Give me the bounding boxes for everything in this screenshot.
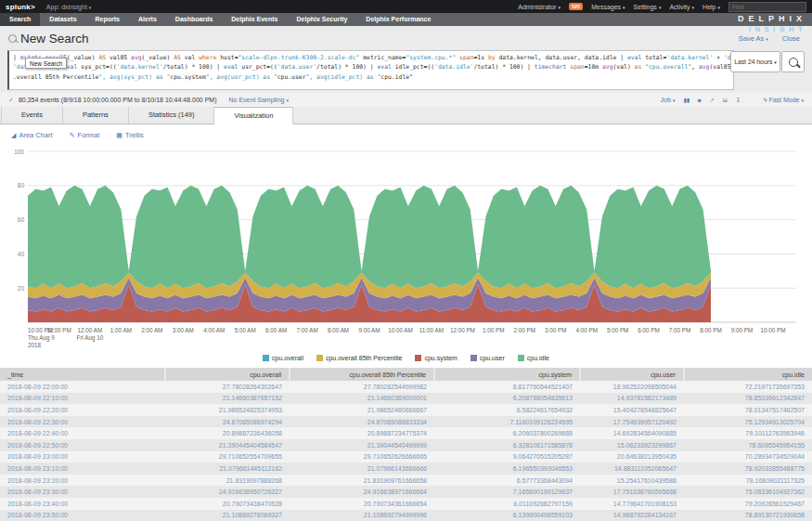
- cell-value[interactable]: 75.08336104927362: [684, 486, 812, 498]
- cell-value[interactable]: 21.108692794999996: [290, 510, 434, 521]
- cell-time[interactable]: 2018-08-09 22:20:00: [0, 404, 165, 416]
- event-sampling-menu[interactable]: No Event Sampling▾: [229, 97, 289, 103]
- cell-value[interactable]: 15.404278548825647: [580, 404, 684, 416]
- cell-value[interactable]: 27.78028264302647: [165, 381, 290, 393]
- cell-value[interactable]: 14.779641701908153: [580, 498, 684, 510]
- tab-events[interactable]: Events: [1, 107, 63, 124]
- nav-item-dashboards[interactable]: Dashboards: [166, 13, 222, 26]
- cell-value[interactable]: 17.751038760595668: [580, 486, 684, 498]
- cell-time[interactable]: 2018-08-09 23:30:00: [0, 486, 165, 498]
- cell-value[interactable]: 18.962522098505044: [580, 381, 684, 393]
- cell-value[interactable]: 14.692834564090885: [580, 427, 684, 439]
- cell-value[interactable]: 15.25417610439588: [580, 475, 684, 487]
- run-search-button[interactable]: [781, 51, 805, 72]
- cell-value[interactable]: 78.16809021117325: [684, 475, 812, 487]
- cell-time[interactable]: 2018-08-09 23:20:00: [0, 475, 165, 487]
- cell-value[interactable]: 6.208788054835613: [434, 393, 580, 405]
- legend-item-cpu-idle[interactable]: cpu.idle: [518, 355, 549, 361]
- cell-value[interactable]: 24.916638971666664: [290, 486, 434, 498]
- tab-patterns[interactable]: Patterns: [63, 107, 129, 124]
- cell-value[interactable]: 6.011092682797159: [434, 498, 580, 510]
- cell-value[interactable]: 14.93781582173489: [580, 393, 684, 405]
- cell-value[interactable]: 14.968792284134167: [580, 510, 684, 521]
- cell-value[interactable]: 79.20926561529467: [684, 498, 812, 510]
- cell-value[interactable]: 78.85339612342847: [684, 393, 812, 405]
- cell-value[interactable]: 6.206037800269688: [434, 427, 580, 439]
- help-menu[interactable]: Help▾: [702, 4, 720, 10]
- cell-time[interactable]: 2018-08-09 23:10:00: [0, 462, 165, 475]
- cell-value[interactable]: 21.831909761666658: [290, 475, 434, 487]
- cell-value[interactable]: 29.710652626666665: [290, 451, 434, 463]
- cell-value[interactable]: 21.39044540499999: [290, 439, 434, 451]
- cell-time[interactable]: 2018-08-09 22:10:00: [0, 393, 165, 405]
- cell-value[interactable]: 20.64638213950435: [580, 451, 684, 463]
- column-header--time[interactable]: _time: [0, 368, 165, 381]
- cell-value[interactable]: 24.916638950726327: [165, 486, 290, 498]
- cell-value[interactable]: 70.28934734529044: [684, 451, 812, 463]
- cell-value[interactable]: 21.10869278069327: [165, 510, 290, 521]
- cell-value[interactable]: 21.390445404584547: [165, 439, 290, 451]
- legend-item-cpu-overall[interactable]: cpu.overall: [263, 355, 303, 361]
- nav-item-datasets[interactable]: Datasets: [40, 13, 85, 26]
- messages-menu[interactable]: Messages▾: [591, 4, 625, 10]
- save-as-button[interactable]: Save As▾: [739, 34, 768, 43]
- cell-value[interactable]: 21.079661445112162: [165, 462, 290, 475]
- legend-item-cpu-overall-85th-percentile[interactable]: cpu.overall 85th Percentile: [316, 355, 403, 361]
- cell-time[interactable]: 2018-08-09 23:40:00: [0, 498, 165, 510]
- cell-value[interactable]: 21.98652480666667: [290, 404, 434, 416]
- cell-value[interactable]: 24.87065086974294: [165, 416, 290, 428]
- format-button[interactable]: ✎Format: [70, 131, 100, 139]
- cell-value[interactable]: 78.01347517462507: [684, 404, 812, 416]
- tab-visualization[interactable]: Visualization: [214, 107, 293, 124]
- cell-value[interactable]: 14.883111052065647: [580, 462, 684, 475]
- tab-statistics[interactable]: Statistics (149): [129, 107, 215, 124]
- column-header-cpu-idle[interactable]: cpu.idle: [684, 368, 812, 381]
- cell-value[interactable]: 6.196550393046553: [434, 462, 580, 475]
- cell-value[interactable]: 6.57773368443094: [434, 475, 580, 487]
- cell-value[interactable]: 75.12934913025704: [684, 416, 812, 428]
- cell-time[interactable]: 2018-08-09 23:00:00: [0, 451, 165, 463]
- nav-item-search[interactable]: Search: [0, 13, 40, 26]
- column-header-cpu-overall[interactable]: cpu.overall: [165, 368, 290, 381]
- legend-item-cpu-system[interactable]: cpu.system: [415, 355, 457, 361]
- cell-value[interactable]: 21.07966143666666: [290, 462, 434, 475]
- cell-time[interactable]: 2018-08-09 22:40:00: [0, 427, 165, 439]
- legend-item-cpu-user[interactable]: cpu.user: [470, 355, 505, 361]
- cell-value[interactable]: 29.710652554709655: [165, 451, 290, 463]
- cell-value[interactable]: 8.817760544521407: [434, 381, 580, 393]
- cell-value[interactable]: 7.1160109126224595: [434, 416, 580, 428]
- pause-icon[interactable]: ▮▮: [683, 97, 690, 103]
- close-button[interactable]: Close: [782, 34, 800, 43]
- cell-value[interactable]: 15.06233923299867: [580, 439, 684, 451]
- column-header-cpu-overall-85th-percentile[interactable]: cpu.overall 85th Percentile: [290, 368, 434, 381]
- export-icon[interactable]: ↧: [736, 97, 741, 103]
- cell-value[interactable]: 27.780282544999982: [290, 381, 434, 393]
- nav-item-alerts[interactable]: Alerts: [129, 13, 166, 26]
- job-menu[interactable]: Job▾: [661, 97, 676, 103]
- search-query-input[interactable]: | mstats perc95(_value) AS val85 avg(_va…: [7, 50, 734, 90]
- activity-menu[interactable]: Activity▾: [669, 4, 694, 10]
- cell-time[interactable]: 2018-08-09 23:50:00: [0, 510, 165, 521]
- find-input[interactable]: [728, 2, 806, 12]
- column-header-cpu-system[interactable]: cpu.system: [434, 368, 580, 381]
- cell-value[interactable]: 24.87065088833334: [290, 416, 434, 428]
- cell-time[interactable]: 2018-08-09 22:30:00: [0, 416, 165, 428]
- cell-value[interactable]: 21.986524825374953: [165, 404, 290, 416]
- trellis-button[interactable]: ▦Trellis: [116, 131, 143, 139]
- cell-time[interactable]: 2018-08-09 22:50:00: [0, 439, 165, 451]
- cell-value[interactable]: 21.14660387657152: [165, 393, 290, 405]
- cell-value[interactable]: 20.790734361666654: [290, 498, 434, 510]
- share-icon[interactable]: ↗: [710, 97, 715, 103]
- nav-item-delphix-events[interactable]: Delphix Events: [222, 13, 287, 26]
- settings-menu[interactable]: Settings▾: [634, 4, 662, 10]
- cell-value[interactable]: 20.89887236436058: [165, 427, 290, 439]
- app-menu[interactable]: App: dxinsight▾: [46, 4, 92, 10]
- column-header-cpu-user[interactable]: cpu.user: [580, 368, 684, 381]
- chart-type-picker[interactable]: ◢Area Chart: [11, 131, 53, 139]
- user-menu[interactable]: Administrator▾: [518, 4, 561, 10]
- cell-value[interactable]: 7.165600190129637: [434, 486, 580, 498]
- cell-time[interactable]: 2018-08-09 22:00:00: [0, 381, 165, 393]
- cell-value[interactable]: 6.139900496559103: [434, 510, 580, 521]
- cell-value[interactable]: 20.79073438470528: [165, 498, 290, 510]
- cell-value[interactable]: 21.14660389000001: [290, 393, 434, 405]
